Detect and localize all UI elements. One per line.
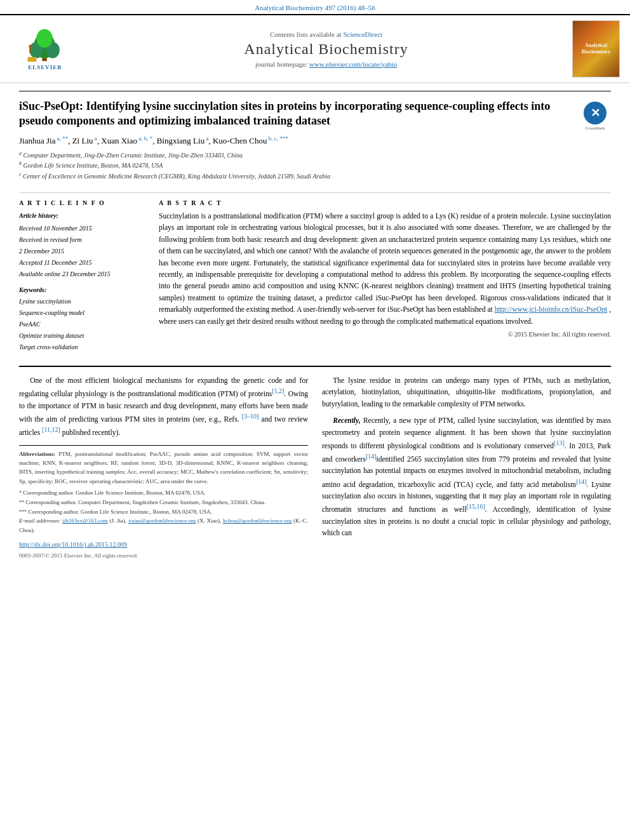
history-item-1: Received 10 November 2015 xyxy=(19,225,92,232)
ref-col2-1: [13] xyxy=(554,439,565,446)
keywords-label: Keywords: xyxy=(19,286,146,293)
elsevier-tree-icon xyxy=(23,28,67,63)
homepage-line: journal homepage: www.elsevier.com/locat… xyxy=(93,60,560,68)
svg-rect-7 xyxy=(28,57,37,61)
body-two-col: One of the most efficient biological mec… xyxy=(19,375,611,561)
journal-citation: Analytical Biochemistry 497 (2016) 48–56 xyxy=(255,4,375,11)
keyword-2: Sequence-coupling model xyxy=(19,307,146,319)
author-3: Xuan Xiao xyxy=(101,136,137,145)
article-history: Article history: Received 10 November 20… xyxy=(19,210,146,280)
article-info-abstract: A R T I C L E I N F O Article history: R… xyxy=(19,199,611,353)
journal-header: ELSEVIER Contents lists available at Sci… xyxy=(0,14,630,83)
star3-footnote: *** Corresponding author. Gordon Life Sc… xyxy=(19,507,308,517)
main-body: One of the most efficient biological mec… xyxy=(19,366,611,561)
page-wrapper: Analytical Biochemistry 497 (2016) 48–56 xyxy=(0,0,630,573)
body-para-1: One of the most efficient biological mec… xyxy=(19,375,308,438)
email-footnote: E-mail addresses: jjh163yx@163.com (J. J… xyxy=(19,516,308,535)
svg-rect-6 xyxy=(29,48,32,53)
copyright-line: © 2015 Elsevier Inc. All rights reserved… xyxy=(159,331,611,338)
email-label: E-mail addresses: xyxy=(19,517,60,524)
email-1[interactable]: jjh163yx@163.com xyxy=(62,517,108,524)
divider-1 xyxy=(19,192,611,193)
journal-thumbnail: AnalyticalBiochemistry xyxy=(572,20,620,77)
svg-point-5 xyxy=(29,44,32,48)
keyword-4: Optimize training dataset xyxy=(19,330,146,342)
history-label: Article history: xyxy=(19,210,146,222)
crossmark-icon: ✕ xyxy=(584,102,607,124)
footnotes-section: Abbreviations: PTM, posttranslational mo… xyxy=(19,445,308,561)
crossmark-label: CrossMark xyxy=(585,126,605,131)
abstract-heading: A B S T R A C T xyxy=(159,199,611,206)
author-5: Kuo-Chen Chou xyxy=(213,136,267,145)
article-info-col: A R T I C L E I N F O Article history: R… xyxy=(19,199,146,353)
ref-col2-2: [14] xyxy=(366,453,377,460)
svg-point-4 xyxy=(36,29,53,47)
abbrev-label: Abbreviations: xyxy=(19,451,55,457)
history-item-5: Available online 23 December 2015 xyxy=(19,270,111,277)
keyword-5: Target cross-validation xyxy=(19,342,146,353)
email-2[interactable]: xxiao@gordonlifescience.org xyxy=(128,517,196,524)
doi-link[interactable]: http://dx.doi.org/10.1016/j.ab.2015.12.0… xyxy=(19,541,127,548)
abstract-col: A B S T R A C T Succinylation is a postt… xyxy=(159,199,611,353)
elsevier-logo-container: ELSEVIER xyxy=(10,28,80,70)
ref-2: [3–10] xyxy=(242,413,259,420)
star1-footnote: * Corresponding author. Gordon Life Scie… xyxy=(19,488,308,498)
abstract-body: Succinylation is a posttranslational mod… xyxy=(159,212,611,313)
article-container: iSuc-PseOpt: Identifying lysine succinyl… xyxy=(0,91,630,573)
abbrev-text: PTM, posttranslational modification; Pse… xyxy=(19,451,308,484)
star2-footnote: ** Corresponding author. Computer Depart… xyxy=(19,498,308,507)
header-center: Contents lists available at ScienceDirec… xyxy=(80,30,572,68)
recently-intro: Recently, xyxy=(333,417,360,424)
body-col-1: One of the most efficient biological mec… xyxy=(19,375,308,561)
elsevier-wordmark: ELSEVIER xyxy=(28,64,62,70)
body-col-2: The lysine residue in proteins can under… xyxy=(322,375,611,561)
rights-line: 0003-2697/© 2015 Elsevier Inc. All right… xyxy=(19,551,308,560)
sciencedirect-line: Contents lists available at ScienceDirec… xyxy=(93,30,560,38)
thumb-text: AnalyticalBiochemistry xyxy=(582,43,610,56)
article-title-text: iSuc-PseOpt: Identifying lysine succinyl… xyxy=(19,99,579,187)
history-item-2: Received in revised form xyxy=(19,236,82,243)
body-col2-para-1: The lysine residue in proteins can under… xyxy=(322,375,611,410)
author-2: Zi Liu xyxy=(72,136,93,145)
abstract-text: Succinylation is a posttranslational mod… xyxy=(159,210,611,327)
sciencedirect-link[interactable]: ScienceDirect xyxy=(343,30,382,38)
body-col2-para-2: Recently, Recently, a new type of PTM, c… xyxy=(322,415,611,538)
ref-col2-4: [15,16] xyxy=(467,503,485,510)
keyword-3: PseAAC xyxy=(19,319,146,330)
author-1: Jianhua Jia xyxy=(19,136,55,145)
crossmark-badge[interactable]: ✕ CrossMark xyxy=(579,99,611,131)
email-3[interactable]: kchou@gordonlifescience.org xyxy=(223,517,292,524)
homepage-url[interactable]: www.elsevier.com/locate/yabio xyxy=(309,60,397,68)
keywords-section: Keywords: Lysine succinylation Sequence-… xyxy=(19,286,146,353)
article-title: iSuc-PseOpt: Identifying lysine succinyl… xyxy=(19,99,579,129)
history-item-4: Accepted 11 December 2015 xyxy=(19,259,92,266)
affiliations: a Computer Department, Jing-De-Zhen Cera… xyxy=(19,150,579,181)
ref-3: [11,12] xyxy=(42,426,60,433)
doi-bottom[interactable]: http://dx.doi.org/10.1016/j.ab.2015.12.0… xyxy=(19,540,308,550)
ref-1: [1,2] xyxy=(272,387,284,394)
top-bar: Analytical Biochemistry 497 (2016) 48–56 xyxy=(0,0,630,14)
journal-title-display: Analytical Biochemistry xyxy=(93,41,560,58)
history-item-3: 2 December 2015 xyxy=(19,248,64,255)
ref-col2-3: [14] xyxy=(576,478,587,485)
abstract-url[interactable]: http://www.jci-bioinfo.cn/iSuc-PseOpt xyxy=(495,305,608,313)
article-title-section: iSuc-PseOpt: Identifying lysine succinyl… xyxy=(19,91,611,187)
keyword-1: Lysine succinylation xyxy=(19,296,146,307)
abbrev-footnote: Abbreviations: PTM, posttranslational mo… xyxy=(19,450,308,486)
authors-line: Jianhua Jia a, **, Zi Liu a, Xuan Xiao a… xyxy=(19,135,579,146)
article-info-heading: A R T I C L E I N F O xyxy=(19,199,146,206)
author-4: Bingxiang Liu xyxy=(157,136,204,145)
contents-label: Contents lists available at xyxy=(270,30,342,38)
